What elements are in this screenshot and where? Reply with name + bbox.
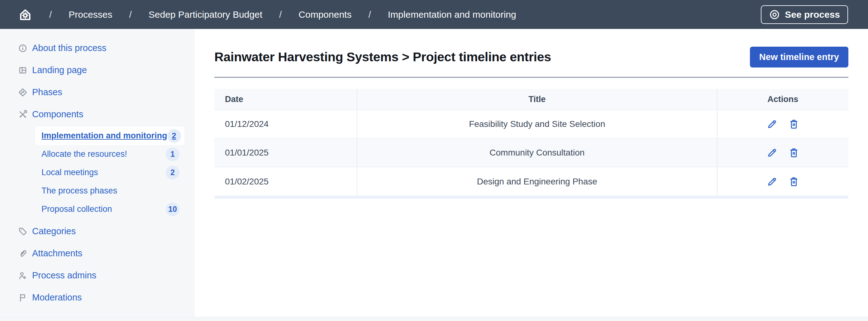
sidebar-subitem-the-process-phases[interactable]: The process phases <box>35 182 184 200</box>
pencil-icon <box>767 118 778 130</box>
info-icon <box>18 43 27 53</box>
sidebar-item-label: Attachments <box>32 248 82 258</box>
sidebar-item-phases[interactable]: Phases <box>0 81 195 103</box>
breadcrumb-separator: / <box>129 9 131 20</box>
sidebar-subitem-label: Local meetings <box>41 168 98 177</box>
column-header-actions: Actions <box>717 89 848 110</box>
delete-entry-button[interactable] <box>788 147 800 158</box>
count-badge: 1 <box>166 147 180 161</box>
breadcrumb-components[interactable]: Components <box>299 9 351 20</box>
sidebar-item-landing-page[interactable]: Landing page <box>0 59 195 81</box>
entry-actions <box>717 138 848 167</box>
eye-icon <box>769 9 780 20</box>
edit-entry-button[interactable] <box>767 176 778 187</box>
sidebar-item-label: Process admins <box>32 270 96 281</box>
breadcrumb-separator: / <box>368 9 371 20</box>
sidebar-subitem-proposal-collection[interactable]: Proposal collection 10 <box>35 200 184 218</box>
count-badge: 2 <box>166 166 180 179</box>
tools-icon <box>18 110 27 119</box>
sidebar-item-process-admins[interactable]: Process admins <box>0 264 195 286</box>
sidebar-item-label: About this process <box>32 43 106 53</box>
sidebar-subitem-implementation-and-monitoring[interactable]: Implementation and monitoring 2 <box>35 127 184 145</box>
table-header-row: Date Title Actions <box>214 89 848 110</box>
column-header-title: Title <box>357 89 717 110</box>
components-subnav: Implementation and monitoring 2 Allocate… <box>0 127 195 218</box>
sidebar-item-label: Landing page <box>32 65 87 75</box>
trash-icon <box>788 118 800 130</box>
sidebar-subitem-label: Implementation and monitoring <box>41 131 167 141</box>
sidebar-subitem-label: The process phases <box>41 186 117 195</box>
sidebar-item-label: Moderations <box>32 292 82 302</box>
table-row: 01/12/2024 Feasibility Study and Site Se… <box>214 110 848 138</box>
sidebar-item-moderations[interactable]: Moderations <box>0 286 195 309</box>
home-gear-icon <box>18 7 32 22</box>
breadcrumb: / Processes / Sedep Participatory Budget… <box>18 7 516 22</box>
flag-icon <box>18 293 27 302</box>
new-timeline-entry-label: New timeline entry <box>759 52 839 62</box>
delete-entry-button[interactable] <box>788 118 800 130</box>
layout-icon <box>18 66 27 75</box>
sidebar-item-label: Categories <box>32 226 76 237</box>
topbar: / Processes / Sedep Participatory Budget… <box>0 0 868 29</box>
count-badge: 10 <box>166 203 180 216</box>
timeline-entries-table-wrap: Date Title Actions 01/12/2024 Feasibilit… <box>214 89 848 199</box>
tag-icon <box>18 227 27 236</box>
sidebar-item-label: Phases <box>32 87 62 97</box>
edit-entry-button[interactable] <box>767 147 778 158</box>
sidebar-subitem-label: Allocate the resources! <box>41 149 127 159</box>
breadcrumb-process-name[interactable]: Sedep Participatory Budget <box>149 9 262 20</box>
breadcrumb-separator: / <box>49 9 52 20</box>
footer-strip <box>0 317 868 321</box>
sidebar-item-categories[interactable]: Categories <box>0 220 195 242</box>
entry-title: Community Consultation <box>357 138 717 167</box>
trash-icon <box>788 147 800 158</box>
sidebar-subitem-label: Proposal collection <box>41 204 112 214</box>
pencil-icon <box>767 176 778 187</box>
sidebar-item-attachments[interactable]: Attachments <box>0 242 195 264</box>
see-process-label: See process <box>785 9 840 20</box>
sidebar-item-components[interactable]: Components <box>0 103 195 126</box>
page-title: Rainwater Harvesting Systems > Project t… <box>214 50 551 64</box>
header-divider <box>214 77 848 78</box>
count-badge: 2 <box>167 129 181 143</box>
sidebar-item-about-this-process[interactable]: About this process <box>0 37 195 59</box>
home-link[interactable] <box>18 7 32 22</box>
delete-entry-button[interactable] <box>788 176 800 187</box>
sidebar-item-label: Components <box>32 109 83 119</box>
user-gear-icon <box>18 271 27 280</box>
phases-icon <box>18 88 27 97</box>
entry-title: Feasibility Study and Site Selection <box>357 110 717 138</box>
column-header-date: Date <box>214 89 357 110</box>
pencil-icon <box>767 147 778 158</box>
sidebar: About this process Landing page Phases <box>0 29 195 317</box>
new-timeline-entry-button[interactable]: New timeline entry <box>750 47 848 68</box>
table-row: 01/01/2025 Community Consultation <box>214 138 848 167</box>
main-content: Rainwater Harvesting Systems > Project t… <box>195 29 868 317</box>
entry-date: 01/12/2024 <box>214 110 357 138</box>
paperclip-icon <box>18 249 27 258</box>
edit-entry-button[interactable] <box>767 118 778 130</box>
table-row: 01/02/2025 Design and Engineering Phase <box>214 167 848 195</box>
entry-actions <box>717 110 848 138</box>
content-header: Rainwater Harvesting Systems > Project t… <box>214 47 848 68</box>
entry-title: Design and Engineering Phase <box>357 167 717 195</box>
timeline-entries-table: Date Title Actions 01/12/2024 Feasibilit… <box>214 89 848 195</box>
sidebar-subitem-local-meetings[interactable]: Local meetings 2 <box>35 163 184 182</box>
breadcrumb-current-component[interactable]: Implementation and monitoring <box>388 9 516 20</box>
entry-actions <box>717 167 848 195</box>
see-process-button[interactable]: See process <box>761 5 848 24</box>
trash-icon <box>788 176 800 187</box>
table-bottom-stripe <box>214 195 848 199</box>
entry-date: 01/01/2025 <box>214 138 357 167</box>
breadcrumb-processes[interactable]: Processes <box>68 9 112 20</box>
sidebar-subitem-allocate-the-resources[interactable]: Allocate the resources! 1 <box>35 145 184 163</box>
breadcrumb-separator: / <box>279 9 282 20</box>
entry-date: 01/02/2025 <box>214 167 357 195</box>
